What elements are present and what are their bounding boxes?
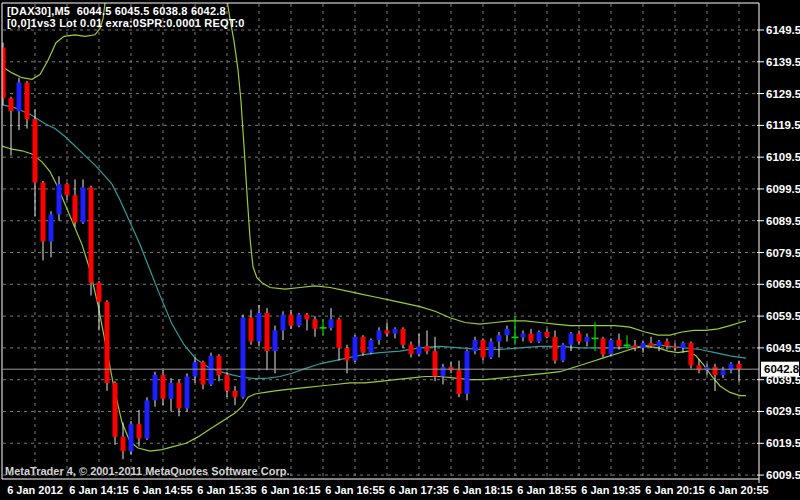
price-label: 6019.5	[766, 437, 800, 449]
candlestick-chart[interactable]: 6042.86149.56139.56129.56119.56109.56099…	[0, 0, 800, 500]
moving-average-line	[2, 105, 746, 379]
bull-candle	[497, 335, 502, 341]
price-label: 6109.5	[766, 151, 800, 163]
bear-candle	[345, 348, 350, 361]
time-label: 6 Jan 14:55	[133, 484, 192, 496]
price-label: 6119.5	[766, 119, 800, 131]
bull-candle	[145, 400, 150, 438]
time-label: 6 Jan 14:15	[69, 484, 128, 496]
bull-candle	[489, 342, 494, 358]
time-label: 6 Jan 15:35	[197, 484, 256, 496]
bear-candle	[177, 383, 182, 408]
bull-candle	[281, 315, 286, 331]
bear-candle	[161, 375, 166, 399]
bear-candle	[633, 345, 638, 348]
bear-candle	[233, 391, 238, 397]
bear-candle	[73, 195, 78, 222]
price-label: 6139.5	[766, 56, 800, 68]
bear-candle	[89, 187, 94, 282]
bear-candle	[457, 370, 462, 394]
price-scale[interactable]: 6149.56139.56129.56119.56109.56099.56089…	[757, 24, 800, 481]
bear-candle	[649, 343, 654, 346]
bull-candle	[257, 313, 262, 342]
bear-candle	[337, 319, 342, 348]
price-label: 6059.5	[766, 310, 800, 322]
price-label: 6009.5	[766, 469, 800, 481]
bull-candle	[185, 377, 190, 409]
chart-symbol-ohlc-title: [DAX30],M5 6044.5 6045.5 6038.8 6042.8	[7, 5, 226, 17]
bull-candle	[353, 337, 358, 361]
bear-candle	[1, 48, 6, 99]
bear-candle	[249, 318, 254, 342]
bear-candle	[113, 383, 118, 437]
bull-candle	[721, 370, 726, 375]
bear-candle	[553, 337, 558, 361]
price-label: 6079.5	[766, 247, 800, 259]
price-label: 6149.5	[766, 24, 800, 36]
bear-candle	[225, 375, 230, 391]
bear-candle	[713, 367, 718, 375]
price-label: 6069.5	[766, 278, 800, 290]
bear-candle	[121, 437, 126, 451]
bear-candle	[33, 119, 38, 183]
bull-candle	[681, 343, 686, 348]
bull-candle	[209, 356, 214, 385]
time-scale[interactable]: 6 Jan 20126 Jan 14:156 Jan 14:556 Jan 15…	[7, 484, 768, 496]
bear-candle	[545, 332, 550, 337]
bear-candle	[577, 334, 582, 342]
time-label: 6 Jan 20:55	[709, 484, 768, 496]
time-label: 6 Jan 16:15	[261, 484, 320, 496]
bull-candle	[521, 334, 526, 338]
bear-candle	[305, 315, 310, 320]
bull-candle	[569, 334, 574, 345]
bear-candle	[601, 338, 606, 354]
ea-status-line: [0,0]1vs3 Lot 0.01 exra:0SPR:0.0001 REQT…	[7, 17, 245, 29]
bull-candle	[241, 318, 246, 398]
bear-candle	[25, 83, 30, 120]
bull-candle	[297, 315, 302, 326]
bull-candle	[17, 83, 22, 112]
bear-candle	[137, 424, 142, 438]
bull-candle	[81, 187, 86, 222]
bull-candle	[57, 184, 62, 214]
bull-candle	[505, 329, 510, 335]
bear-candle	[65, 184, 70, 195]
bear-candle	[401, 329, 406, 345]
bear-candle	[217, 356, 222, 375]
moving-average	[2, 105, 746, 379]
time-label: 6 Jan 19:35	[581, 484, 640, 496]
candles	[1, 43, 742, 459]
bear-candle	[673, 346, 678, 348]
time-label: 6 Jan 2012	[7, 484, 63, 496]
bull-candle	[561, 345, 566, 361]
bull-candle	[417, 346, 422, 354]
bear-candle	[97, 283, 102, 302]
bull-candle	[537, 332, 542, 342]
bear-candle	[425, 346, 430, 351]
time-label: 6 Jan 17:35	[389, 484, 448, 496]
bull-candle	[153, 375, 158, 400]
bear-candle	[201, 362, 206, 384]
bear-candle	[433, 351, 438, 376]
bull-candle	[441, 367, 446, 377]
bear-candle	[41, 183, 46, 242]
time-label: 6 Jan 18:55	[517, 484, 576, 496]
bear-candle	[313, 319, 318, 329]
bull-candle	[705, 367, 710, 370]
bear-candle	[385, 330, 390, 333]
bollinger-upper-band	[226, 0, 746, 335]
time-label: 6 Jan 16:55	[325, 484, 384, 496]
bull-candle	[369, 340, 374, 353]
price-label: 6039.5	[766, 374, 800, 386]
bear-candle	[361, 337, 366, 353]
price-label: 6129.5	[766, 88, 800, 100]
bull-candle	[49, 214, 54, 241]
bull-candle	[129, 424, 134, 451]
bull-candle	[609, 340, 614, 354]
time-label: 6 Jan 18:15	[453, 484, 512, 496]
bear-candle	[529, 334, 534, 342]
price-label: 6049.5	[766, 342, 800, 354]
bear-candle	[265, 313, 270, 351]
mt4-chart-window: 6042.86149.56139.56129.56119.56109.56099…	[0, 0, 800, 500]
time-label: 6 Jan 20:15	[645, 484, 704, 496]
